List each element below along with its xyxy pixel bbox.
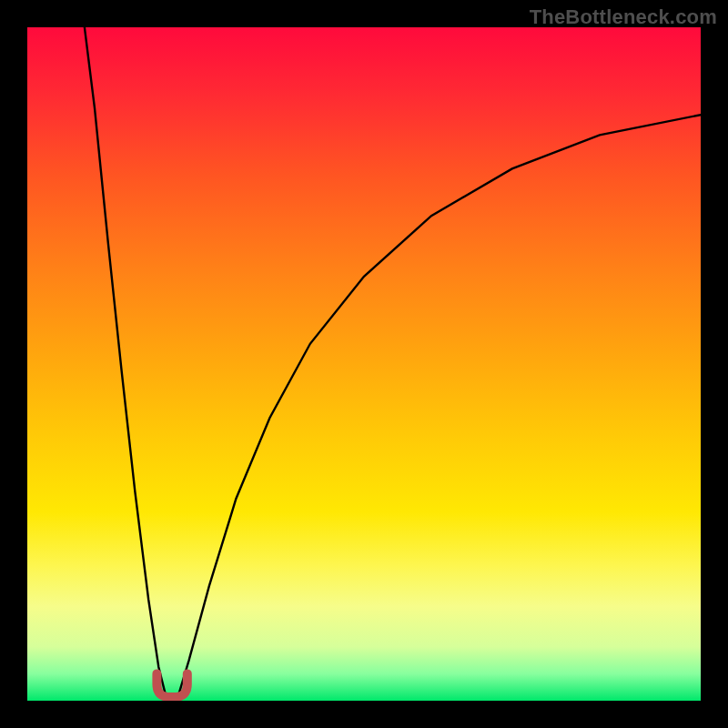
plot-area (27, 27, 701, 701)
watermark-text: TheBottleneck.com (530, 5, 717, 29)
chart-svg (27, 27, 701, 701)
chart-frame: TheBottleneck.com (0, 0, 728, 728)
gradient-background (27, 27, 701, 701)
